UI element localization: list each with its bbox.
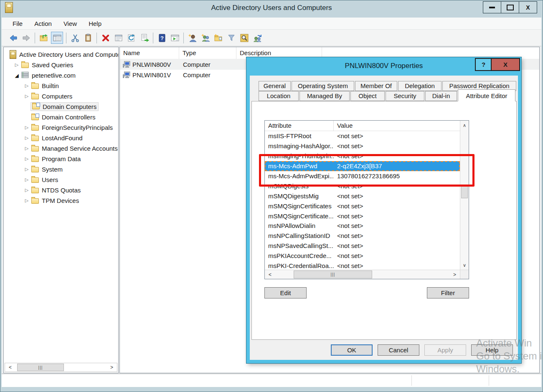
tab-managed-by[interactable]: Managed By xyxy=(299,91,350,101)
tree-item-ntds-quotas[interactable]: ▷ NTDS Quotas xyxy=(4,185,118,195)
attribute-row[interactable]: msPKIAccountCrede...<not set> xyxy=(265,251,460,261)
refresh-icon[interactable] xyxy=(126,32,137,43)
attribute-row[interactable]: msNPCallingStationID<not set> xyxy=(265,231,460,241)
chevron-collapsed-icon[interactable]: ▷ xyxy=(23,135,30,141)
tree-item-lostandfound[interactable]: ▷ LostAndFound xyxy=(4,133,118,143)
tab-dial-in[interactable]: Dial-in xyxy=(425,91,457,101)
cut-icon[interactable] xyxy=(69,32,81,43)
dialog-help-button[interactable]: ? xyxy=(475,58,492,71)
tree-item-saved-queries[interactable]: ▷ Saved Queries xyxy=(4,60,118,70)
export-list-icon[interactable] xyxy=(139,32,150,43)
tab-general[interactable]: General xyxy=(259,81,291,91)
chevron-collapsed-icon[interactable]: ▷ xyxy=(23,156,30,162)
chevron-collapsed-icon[interactable]: ▷ xyxy=(23,198,30,203)
column-header-name[interactable]: Name xyxy=(120,47,179,59)
tab-object[interactable]: Object xyxy=(350,91,385,101)
tab-member-of[interactable]: Member Of xyxy=(355,81,397,91)
delete-icon[interactable] xyxy=(100,32,111,43)
attribute-row[interactable]: msPKI-CredentialRoa...<not set> xyxy=(265,261,460,270)
attribute-row[interactable]: mSMQDigests<not set> xyxy=(265,181,460,191)
column-header-type[interactable]: Type xyxy=(179,47,236,59)
tree-item-root[interactable]: Active Directory Users and Computers xyxy=(4,49,118,60)
back-icon[interactable] xyxy=(8,32,19,43)
chevron-collapsed-icon[interactable]: ▷ xyxy=(23,83,30,89)
scrollbar-thumb[interactable]: ||| xyxy=(294,271,372,278)
tab-operating-system[interactable]: Operating System xyxy=(292,81,354,91)
scroll-left-icon[interactable]: < xyxy=(265,270,275,279)
tree-item-domain-controllers[interactable]: Domain Controllers xyxy=(4,112,118,122)
chevron-collapsed-icon[interactable]: ▷ xyxy=(23,187,30,193)
chevron-collapsed-icon[interactable]: ▷ xyxy=(13,62,20,68)
tree-item-builtin[interactable]: ▷ Builtin xyxy=(4,81,118,91)
scroll-right-icon[interactable]: > xyxy=(107,363,117,372)
chevron-collapsed-icon[interactable]: ▷ xyxy=(23,167,30,172)
new-group-icon[interactable] xyxy=(200,32,211,43)
apply-button[interactable]: Apply xyxy=(424,344,466,356)
tab-attribute-editor[interactable]: Attribute Editor xyxy=(458,89,515,101)
tree-item-computers[interactable]: ▷ Computers xyxy=(4,91,118,101)
scrollbar-track[interactable]: ||| xyxy=(15,363,107,372)
chevron-collapsed-icon[interactable]: ▷ xyxy=(23,146,30,151)
properties-icon[interactable] xyxy=(113,32,124,43)
scroll-up-icon[interactable]: ∧ xyxy=(460,121,469,130)
filter-button[interactable]: Filter xyxy=(427,287,469,298)
scrollbar-thumb[interactable]: ||| xyxy=(17,364,64,371)
tree-item-program-data[interactable]: ▷ Program Data xyxy=(4,154,118,164)
ok-button[interactable]: OK xyxy=(331,344,373,356)
attribute-row[interactable]: msNPSavedCallingSt...<not set> xyxy=(265,241,460,251)
attribute-row[interactable]: msImaging-HashAlgor...<not set> xyxy=(265,141,460,151)
grid-column-attribute[interactable]: Attribute xyxy=(265,121,334,131)
attribute-row[interactable]: mSMQDigestsMig<not set> xyxy=(265,191,460,201)
help-button[interactable]: Help xyxy=(471,344,513,356)
chevron-collapsed-icon[interactable]: ▷ xyxy=(23,94,30,99)
scroll-left-icon[interactable]: < xyxy=(5,363,15,372)
tree-item-tpm-devices[interactable]: ▷ TPM Devices xyxy=(4,195,118,206)
tree-item-domain[interactable]: ◢ petenetlive.com xyxy=(4,70,118,81)
close-button[interactable]: X xyxy=(519,1,537,13)
menu-action[interactable]: Action xyxy=(28,20,58,27)
tree-item-users[interactable]: ▷ Users xyxy=(4,175,118,185)
attribute-row[interactable]: mSMQSignCertificate...<not set> xyxy=(265,211,460,221)
tree-item-foreignsecurityprincipals[interactable]: ▷ ForeignSecurityPrincipals xyxy=(4,122,118,133)
dialog-close-button[interactable]: X xyxy=(491,58,520,71)
tree-item-managed-service-accounts[interactable]: ▷ Managed Service Accounts xyxy=(4,143,118,154)
tree-item-system[interactable]: ▷ System xyxy=(4,164,118,175)
edit-button[interactable]: Edit xyxy=(264,287,307,298)
cancel-button[interactable]: Cancel xyxy=(378,344,419,356)
chevron-collapsed-icon[interactable]: ▷ xyxy=(23,177,30,182)
tree-item-domain-computers[interactable]: Domain Computers xyxy=(4,101,118,112)
chevron-collapsed-icon[interactable]: ▷ xyxy=(23,125,30,130)
attribute-row-selected[interactable]: ms-Mcs-AdmPwd2-q2E4Zxj3[B37 xyxy=(265,161,460,171)
filter-icon[interactable] xyxy=(226,32,237,43)
paste-icon[interactable] xyxy=(82,32,94,43)
new-organizational-unit-icon[interactable] xyxy=(213,32,224,43)
scrollbar-thumb[interactable] xyxy=(461,186,468,198)
grid-column-value[interactable]: Value xyxy=(334,121,460,131)
minimize-button[interactable] xyxy=(483,1,501,13)
new-window-icon[interactable] xyxy=(169,32,180,43)
attribute-row[interactable]: msImaging-Thumbprin...<not set> xyxy=(265,151,460,161)
attribute-row[interactable]: ms-Mcs-AdmPwdExpi...130780162723186695 xyxy=(265,171,460,181)
up-one-level-icon[interactable] xyxy=(38,32,49,43)
forward-icon[interactable] xyxy=(20,32,32,43)
find-icon[interactable] xyxy=(239,32,250,43)
tab-security[interactable]: Security xyxy=(386,91,424,101)
new-user-icon[interactable] xyxy=(187,32,198,43)
grid-vertical-scrollbar[interactable]: ∧ ∨ xyxy=(460,121,469,270)
tree-horizontal-scrollbar[interactable]: < ||| > xyxy=(5,363,117,372)
menu-view[interactable]: View xyxy=(58,20,83,27)
scrollbar-track[interactable]: ||| xyxy=(275,270,449,279)
delegate-control-icon[interactable] xyxy=(251,32,263,43)
attribute-row[interactable]: msNPAllowDialin<not set> xyxy=(265,221,460,231)
show-console-tree-icon[interactable] xyxy=(51,32,63,44)
maximize-button[interactable] xyxy=(501,1,519,13)
tab-location[interactable]: Location xyxy=(259,91,299,101)
help-icon[interactable]: ? xyxy=(156,32,167,43)
menu-file[interactable]: File xyxy=(7,20,28,27)
scroll-down-icon[interactable]: ∨ xyxy=(460,260,469,270)
attribute-row[interactable]: msIIS-FTPRoot<not set> xyxy=(265,131,460,141)
attribute-row[interactable]: mSMQSignCertificates<not set> xyxy=(265,201,460,211)
scroll-right-icon[interactable]: > xyxy=(449,270,460,279)
menu-help[interactable]: Help xyxy=(83,20,107,27)
tab-delegation[interactable]: Delegation xyxy=(398,81,442,91)
